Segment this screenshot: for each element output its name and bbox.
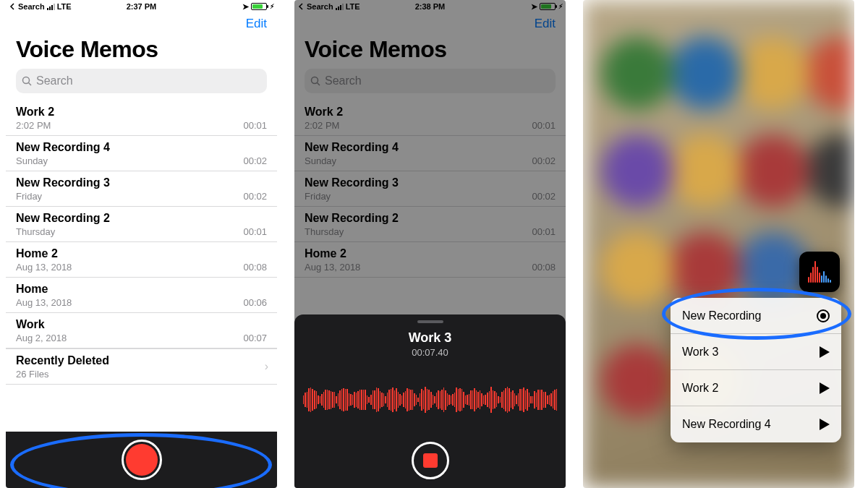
quick-action-play[interactable]: New Recording 4 [671,406,841,442]
record-toolbar [6,432,277,488]
quick-action-new-recording[interactable]: New Recording [671,298,841,334]
memo-row[interactable]: HomeAug 13, 201800:06 [6,278,277,313]
signal-icon [47,4,55,10]
search-icon [22,76,32,86]
recording-elapsed: 00:07.40 [412,347,448,358]
clock: 2:37 PM [127,2,157,11]
memo-name: New Recording 2 [16,212,267,225]
memo-date: 2:02 PM [16,120,51,131]
play-icon [820,382,830,394]
memo-row[interactable]: Home 2Aug 13, 201800:08 [6,242,277,278]
memo-duration: 00:08 [243,262,267,273]
location-icon: ➤ [242,2,249,12]
play-icon [820,419,830,430]
memo-list[interactable]: Work 22:02 PM00:01New Recording 4Sunday0… [6,100,277,348]
quick-action-play[interactable]: Work 3 [671,334,841,370]
memo-name: Home [16,283,267,296]
stop-button[interactable] [412,442,449,479]
search-input[interactable]: Search [16,69,267,93]
recently-deleted-count: 26 Files [16,369,49,380]
memo-duration: 00:02 [243,191,267,202]
voice-memos-list-screen: Search LTE 2:37 PM ➤ ⚡︎ Edit Voice Memos… [6,0,277,488]
waveform-icon [808,261,831,283]
chevron-right-icon: › [265,360,268,373]
nav-bar: Edit [6,13,277,35]
memo-date: Sunday [16,155,48,166]
memo-date: Aug 13, 2018 [16,297,72,308]
back-chevron-icon[interactable] [9,3,16,10]
memo-duration: 00:07 [243,333,267,343]
quick-action-label: New Recording 4 [682,418,771,431]
page-title: Voice Memos [6,35,277,69]
home-screen-quick-actions: New RecordingWork 3Work 2New Recording 4 [583,0,854,488]
record-icon [126,444,158,476]
edit-button[interactable]: Edit [246,17,267,31]
memo-row[interactable]: WorkAug 2, 201800:07 [6,313,277,348]
quick-action-label: Work 2 [682,382,718,395]
record-button[interactable] [122,440,162,480]
memo-row[interactable]: New Recording 4Sunday00:02 [6,136,277,171]
memo-name: New Recording 3 [16,176,267,189]
recording-name: Work 3 [409,330,452,346]
sheet-grabber[interactable] [417,320,443,323]
recently-deleted-label: Recently Deleted [16,354,267,367]
svg-point-0 [23,77,30,84]
stop-icon [423,453,438,468]
quick-action-label: New Recording [682,309,761,322]
memo-name: Work [16,318,267,331]
memo-name: New Recording 4 [16,141,267,154]
battery-icon [251,3,267,10]
voice-memos-recording-screen: Search LTE 2:38 PM ➤ ⚡︎ Edit Voice Memos… [294,0,566,488]
quick-action-label: Work 3 [682,346,718,359]
memo-duration: 00:01 [243,120,267,131]
recording-sheet[interactable]: Work 3 00:07.40 [294,314,566,488]
memo-date: Friday [16,191,42,202]
recently-deleted-row[interactable]: Recently Deleted 26 Files › [6,348,277,385]
play-icon [820,346,830,358]
quick-actions-menu: New RecordingWork 3Work 2New Recording 4 [671,298,841,442]
memo-date: Thursday [16,226,55,237]
memo-date: Aug 13, 2018 [16,262,72,273]
record-icon [817,309,830,322]
search-placeholder: Search [36,74,73,87]
memo-row[interactable]: New Recording 2Thursday00:01 [6,207,277,242]
voice-memos-app-icon[interactable] [799,252,840,292]
memo-duration: 00:01 [243,226,267,237]
memo-row[interactable]: Work 22:02 PM00:01 [6,100,277,136]
memo-row[interactable]: New Recording 3Friday00:02 [6,171,277,207]
memo-duration: 00:06 [243,297,267,308]
status-bar: Search LTE 2:37 PM ➤ ⚡︎ [6,0,277,13]
svg-line-1 [29,83,32,86]
carrier-label: LTE [57,2,72,11]
memo-name: Work 2 [16,106,267,119]
charging-icon: ⚡︎ [270,3,274,10]
waveform [294,358,566,442]
memo-date: Aug 2, 2018 [16,333,67,343]
memo-duration: 00:02 [243,155,267,166]
quick-action-play[interactable]: Work 2 [671,370,841,406]
back-label[interactable]: Search [18,2,45,11]
memo-name: Home 2 [16,247,267,260]
